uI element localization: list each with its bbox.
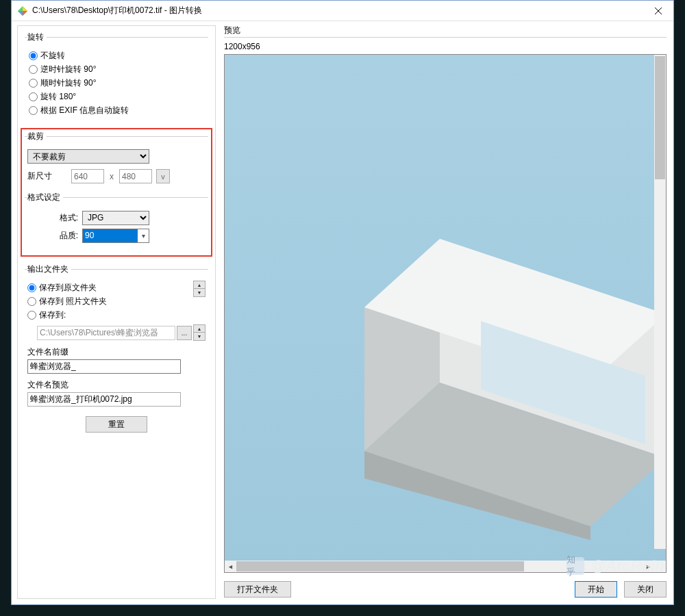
output-group: 输出文件夹 保存到原文件夹 保存到 照片文件夹 保存到: ▲ ▼ bbox=[25, 264, 208, 437]
titlebar: C:\Users\78\Desktop\打印机0072.tif - 图片转换 bbox=[12, 1, 673, 21]
crop-height-input[interactable] bbox=[119, 169, 152, 183]
settings-pane: 旋转 不旋转 逆时针旋转 90° 顺时针旋转 90° 旋转 180° 根据 EX… bbox=[12, 21, 221, 604]
quality-value: 90 bbox=[83, 229, 138, 242]
preview-pane: 预览 1200x956 bbox=[221, 21, 673, 604]
rotate-none-radio[interactable] bbox=[29, 51, 38, 60]
output-legend: 输出文件夹 bbox=[27, 264, 71, 275]
rotation-legend: 旋转 bbox=[27, 31, 47, 43]
hscroll-right-arrow[interactable]: ► bbox=[643, 561, 654, 572]
scroll-corner bbox=[654, 561, 666, 572]
action-bar: 打开文件夹 开始 关闭 bbox=[224, 573, 667, 599]
hscroll-left-arrow[interactable]: ◄ bbox=[225, 561, 236, 572]
format-label: 格式: bbox=[27, 212, 82, 224]
crop-swap-button[interactable]: v bbox=[156, 169, 170, 183]
rotate-ccw90-radio[interactable] bbox=[29, 65, 38, 74]
app-window: C:\Users\78\Desktop\打印机0072.tif - 图片转换 旋… bbox=[11, 0, 674, 605]
save-original-radio[interactable] bbox=[27, 283, 36, 292]
crop-legend: 裁剪 bbox=[27, 131, 47, 142]
app-icon bbox=[17, 5, 28, 16]
save-custom-label: 保存到: bbox=[39, 309, 66, 321]
close-button[interactable] bbox=[643, 1, 673, 21]
new-size-label: 新尺寸 bbox=[27, 170, 67, 182]
rotate-180-label: 旋转 180° bbox=[40, 91, 76, 103]
save-original-label: 保存到原文件夹 bbox=[39, 282, 97, 294]
vertical-scrollbar[interactable] bbox=[654, 55, 666, 549]
rotate-ccw90-label: 逆时针旋转 90° bbox=[40, 64, 96, 75]
preview-viewport: ◄ ► bbox=[224, 54, 667, 573]
crop-group: 裁剪 不要裁剪 新尺寸 x v bbox=[25, 131, 208, 188]
save-custom-radio[interactable] bbox=[27, 311, 36, 320]
close-dialog-button[interactable]: 关闭 bbox=[624, 581, 667, 598]
output-up-button[interactable]: ▲ bbox=[193, 281, 206, 289]
hscroll-thumb[interactable] bbox=[236, 561, 524, 572]
chevron-down-icon: ▾ bbox=[138, 232, 149, 240]
prefix-label: 文件名前缀 bbox=[27, 346, 206, 358]
svg-marker-2 bbox=[23, 11, 27, 16]
start-button[interactable]: 开始 bbox=[575, 581, 617, 598]
rotate-180-radio[interactable] bbox=[29, 92, 38, 101]
rotation-group: 旋转 不旋转 逆时针旋转 90° 顺时针旋转 90° 旋转 180° 根据 EX… bbox=[25, 31, 208, 121]
reset-button[interactable]: 重置 bbox=[86, 416, 147, 433]
filename-preview-label: 文件名预览 bbox=[27, 379, 206, 391]
prefix-input[interactable] bbox=[27, 359, 181, 374]
open-folder-button[interactable]: 打开文件夹 bbox=[224, 581, 291, 598]
crop-x-separator: x bbox=[108, 172, 115, 181]
format-group: 格式设定 格式: JPG 品质: 90 ▾ bbox=[25, 192, 208, 248]
crop-width-input[interactable] bbox=[71, 169, 104, 183]
vscroll-thumb[interactable] bbox=[655, 56, 665, 179]
preview-label: 预览 bbox=[224, 25, 240, 36]
preview-image[interactable] bbox=[225, 55, 666, 561]
path-history-spin: ▲ ▼ bbox=[193, 324, 206, 341]
path-down-button[interactable]: ▼ bbox=[193, 333, 206, 341]
format-legend: 格式设定 bbox=[27, 192, 63, 203]
printer-3d-render bbox=[344, 184, 666, 540]
rotate-cw90-label: 顺时针旋转 90° bbox=[40, 77, 96, 89]
preview-dimensions: 1200x956 bbox=[224, 42, 667, 51]
browse-button[interactable]: ... bbox=[177, 326, 192, 340]
rotate-none-label: 不旋转 bbox=[40, 50, 65, 62]
svg-marker-1 bbox=[23, 6, 27, 11]
rotate-exif-radio[interactable] bbox=[29, 106, 38, 115]
output-down-button[interactable]: ▼ bbox=[193, 289, 206, 297]
quality-label: 品质: bbox=[27, 230, 82, 242]
format-select[interactable]: JPG bbox=[82, 211, 149, 225]
rotate-exif-label: 根据 EXIF 信息自动旋转 bbox=[40, 105, 129, 116]
output-order-spin: ▲ ▼ bbox=[193, 281, 206, 322]
path-up-button[interactable]: ▲ bbox=[193, 324, 206, 333]
window-title: C:\Users\78\Desktop\打印机0072.tif - 图片转换 bbox=[32, 5, 202, 16]
horizontal-scrollbar[interactable]: ◄ ► bbox=[225, 561, 666, 572]
svg-marker-3 bbox=[18, 11, 23, 16]
close-icon bbox=[655, 8, 662, 14]
crop-mode-select[interactable]: 不要裁剪 bbox=[27, 149, 149, 164]
quality-combo[interactable]: 90 ▾ bbox=[82, 229, 149, 243]
save-photos-label: 保存到 照片文件夹 bbox=[39, 296, 107, 307]
output-path-input[interactable] bbox=[37, 326, 175, 340]
filename-preview-input bbox=[27, 392, 181, 407]
highlighted-settings: 裁剪 不要裁剪 新尺寸 x v 格式设定 bbox=[21, 128, 212, 257]
save-photos-radio[interactable] bbox=[27, 297, 36, 306]
rotate-cw90-radio[interactable] bbox=[29, 79, 38, 88]
